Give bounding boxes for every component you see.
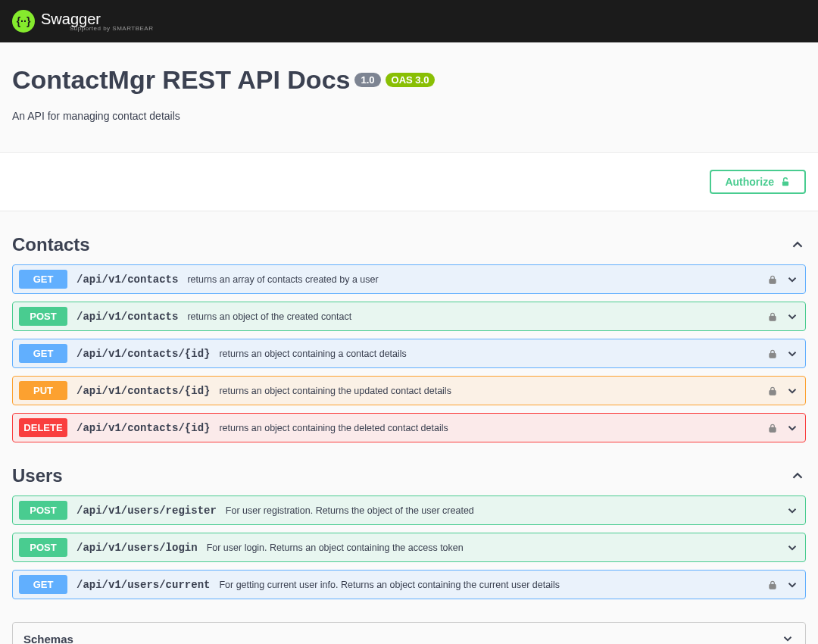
- chevron-up-icon: [789, 236, 806, 253]
- chevron-down-icon: [785, 384, 799, 398]
- api-title: ContactMgr REST API Docs: [12, 65, 350, 95]
- operation-controls: [767, 310, 799, 324]
- chevron-down-icon: [785, 273, 799, 286]
- version-badge: 1.0: [354, 73, 380, 87]
- section-title: Users: [12, 465, 63, 486]
- operation-path: /api/v1/contacts/{id}: [76, 348, 210, 360]
- operation-controls: [785, 541, 799, 555]
- operation-path: /api/v1/users/register: [76, 505, 217, 517]
- oas-badge: OAS 3.0: [386, 73, 436, 87]
- method-badge: POST: [19, 538, 67, 557]
- operation-path: /api/v1/contacts/{id}: [76, 422, 210, 434]
- svg-rect-3: [770, 353, 776, 358]
- swagger-logo-icon: {··}: [12, 10, 35, 33]
- lock-icon: [767, 386, 778, 396]
- operation-row[interactable]: DELETE /api/v1/contacts/{id} returns an …: [12, 413, 806, 442]
- brand-supported: Supported by SMARTBEAR: [70, 25, 153, 32]
- authorize-label: Authorize: [725, 176, 774, 188]
- section-title: Contacts: [12, 234, 90, 255]
- schemas-title: Schemas: [23, 633, 73, 645]
- svg-rect-2: [770, 316, 776, 320]
- method-badge: POST: [19, 307, 67, 326]
- method-badge: POST: [19, 501, 67, 520]
- operation-summary: returns an object containing a contact d…: [219, 349, 767, 359]
- chevron-down-icon: [785, 310, 799, 324]
- operation-row[interactable]: POST /api/v1/users/login For user login.…: [12, 533, 806, 562]
- lock-icon: [767, 311, 778, 322]
- operation-summary: returns an object of the created contact: [187, 311, 767, 322]
- chevron-up-icon: [789, 467, 806, 484]
- authorize-button[interactable]: Authorize: [710, 170, 806, 194]
- lock-icon: [767, 580, 778, 590]
- method-badge: GET: [19, 344, 67, 363]
- operation-path: /api/v1/users/current: [76, 579, 210, 591]
- section-header-contacts[interactable]: Contacts: [12, 219, 806, 264]
- operation-summary: For user login. Returns an object contai…: [207, 542, 785, 553]
- operation-controls: [767, 347, 799, 361]
- schemas-section[interactable]: Schemas: [12, 622, 806, 644]
- operation-row[interactable]: POST /api/v1/users/register For user reg…: [12, 496, 806, 525]
- method-badge: PUT: [19, 381, 67, 400]
- lock-icon: [767, 423, 778, 433]
- chevron-down-icon: [785, 578, 799, 592]
- content: Contacts GET /api/v1/contacts returns an…: [0, 211, 818, 644]
- operation-row[interactable]: GET /api/v1/contacts returns an array of…: [12, 264, 806, 294]
- section-header-users[interactable]: Users: [12, 450, 806, 496]
- chevron-down-icon: [785, 541, 799, 555]
- operation-summary: For user registration. Returns the objec…: [226, 505, 785, 516]
- chevron-down-icon: [785, 421, 799, 435]
- auth-row: Authorize: [0, 153, 818, 211]
- svg-rect-0: [782, 181, 788, 186]
- operation-controls: [767, 384, 799, 398]
- operation-path: /api/v1/contacts/{id}: [76, 385, 210, 397]
- operation-controls: [767, 578, 799, 592]
- svg-rect-6: [770, 584, 776, 589]
- page-title: ContactMgr REST API Docs 1.0 OAS 3.0: [12, 65, 806, 95]
- method-badge: GET: [19, 270, 67, 289]
- chevron-down-icon: [785, 504, 799, 517]
- topbar: {··} Swagger Supported by SMARTBEAR: [0, 0, 818, 42]
- operation-path: /api/v1/contacts: [76, 274, 178, 286]
- api-description: An API for managing contact details: [12, 110, 806, 122]
- operation-controls: [767, 273, 799, 286]
- operation-row[interactable]: PUT /api/v1/contacts/{id} returns an obj…: [12, 376, 806, 405]
- operation-summary: For getting current user info. Returns a…: [219, 580, 767, 590]
- operation-summary: returns an object containing the deleted…: [219, 423, 767, 433]
- chevron-down-icon: [785, 347, 799, 361]
- operation-summary: returns an array of contacts created by …: [187, 274, 767, 285]
- brand: {··} Swagger Supported by SMARTBEAR: [12, 10, 153, 33]
- operation-row[interactable]: GET /api/v1/users/current For getting cu…: [12, 570, 806, 599]
- method-badge: DELETE: [19, 418, 67, 437]
- method-badge: GET: [19, 575, 67, 594]
- operation-row[interactable]: POST /api/v1/contacts returns an object …: [12, 302, 806, 331]
- operation-controls: [767, 421, 799, 435]
- unlock-icon: [780, 177, 791, 187]
- svg-rect-5: [770, 427, 776, 432]
- operation-path: /api/v1/users/login: [76, 542, 198, 554]
- chevron-down-icon: [781, 632, 795, 644]
- api-header: ContactMgr REST API Docs 1.0 OAS 3.0 An …: [0, 42, 818, 153]
- operation-summary: returns an object containing the updated…: [219, 386, 767, 396]
- lock-icon: [767, 274, 778, 285]
- operation-controls: [785, 504, 799, 517]
- svg-rect-4: [770, 390, 776, 395]
- operation-row[interactable]: GET /api/v1/contacts/{id} returns an obj…: [12, 339, 806, 368]
- svg-rect-1: [770, 279, 776, 283]
- lock-icon: [767, 349, 778, 359]
- operation-path: /api/v1/contacts: [76, 311, 178, 323]
